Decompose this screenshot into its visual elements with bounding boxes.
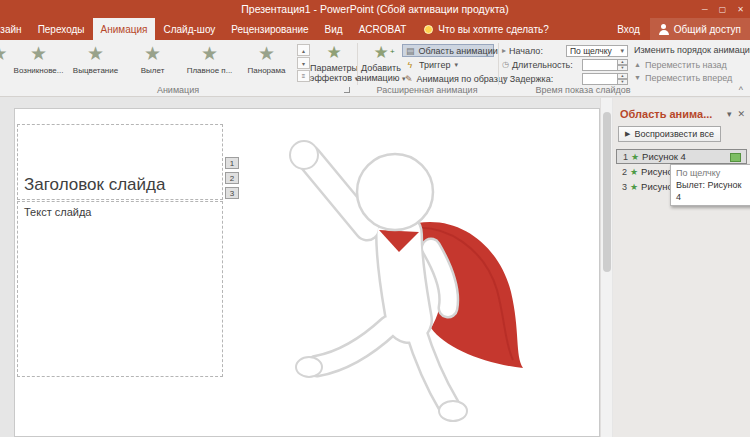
tab-transitions[interactable]: Переходы [30, 18, 93, 40]
gallery-item-partial[interactable]: ★ [0, 42, 10, 75]
person-icon [659, 24, 669, 35]
delay-spinner[interactable]: ▴ ▾ [582, 73, 628, 85]
entrance-star-icon: ★ [630, 182, 638, 192]
animation-order-badges: 1 2 3 [225, 157, 239, 202]
animation-badge[interactable]: 3 [225, 187, 239, 199]
minimize-button[interactable]: ─ [702, 5, 708, 14]
gallery-scroll-up-icon[interactable]: ▴ [297, 44, 310, 56]
gallery-item-flyin[interactable]: ★ Вылет [124, 42, 181, 75]
delay-row: ◔Задержка: ▴ ▾ [502, 72, 628, 85]
entrance-star-icon: ★ [631, 152, 639, 162]
animation-painter-button[interactable]: ✎ Анимация по образцу [402, 72, 494, 85]
close-pane-icon[interactable]: ✕ [737, 109, 745, 119]
dialog-launcher-icon[interactable] [344, 87, 350, 93]
animation-gallery: ★ ★ Возникнове... ★ Выцветание ★ Вылет ★… [0, 42, 295, 75]
gallery-item-float[interactable]: ★ Плавное п... [181, 42, 238, 75]
gallery-scroll-buttons: ▴ ▾ ≡ [297, 44, 310, 83]
tab-acrobat[interactable]: ACROBAT [351, 18, 415, 40]
gallery-item-pan[interactable]: ★ Панорама [238, 42, 295, 75]
animation-tooltip: По щелчку Вылет: Рисунок 4 [670, 164, 750, 206]
group-label-advanced: Расширенная анимация [356, 85, 498, 95]
share-label: Общий доступ [674, 24, 741, 35]
star-icon: ★ [201, 42, 218, 66]
gallery-more-icon[interactable]: ≡ [297, 70, 310, 82]
start-dropdown[interactable]: По щелчку ▾ [566, 45, 628, 57]
title-placeholder[interactable]: Заголовок слайда [17, 124, 223, 200]
star-icon: ★ [0, 42, 8, 66]
timeline-chip[interactable] [730, 153, 741, 162]
painter-icon: ✎ [405, 74, 413, 84]
add-animation-button[interactable]: ★+ Добавить анимацию ▾ [359, 43, 403, 84]
window-controls: ─ ▢ ✕ [702, 0, 744, 18]
start-icon: ▸ [502, 46, 506, 55]
spinner-down-icon[interactable]: ▾ [618, 65, 628, 71]
chevron-down-icon[interactable]: ▾ [727, 109, 732, 119]
trigger-button[interactable]: ϟ Триггер ▾ [402, 58, 494, 71]
animation-pane-header: Область анима... ▾ ✕ [620, 108, 745, 120]
maximize-button[interactable]: ▢ [719, 5, 727, 14]
close-button[interactable]: ✕ [737, 5, 744, 14]
gallery-item-appear[interactable]: ★ Возникнове... [10, 42, 67, 75]
sign-in-button[interactable]: Вход [607, 18, 650, 40]
group-label-timing: Время показа слайдов [498, 85, 668, 95]
effect-options-button[interactable]: ★ Параметры эффектов ▾ [312, 43, 356, 84]
ribbon-tab-row: Дизайн Переходы Анимация Слайд-шоу Рецен… [0, 18, 750, 40]
up-arrow-icon: ▲ [634, 61, 641, 68]
text-placeholder[interactable]: Текст слайда [17, 201, 223, 377]
move-later-button[interactable]: ▼ Переместить вперед [634, 71, 746, 84]
share-button[interactable]: Общий доступ [650, 18, 750, 40]
tell-me-label: Что вы хотите сделать? [438, 24, 549, 35]
chevron-down-icon: ▾ [620, 47, 624, 55]
animation-pane-title: Область анима... [620, 108, 721, 120]
group-label-animation: Анимация [0, 85, 356, 95]
entrance-star-icon: ★ [630, 167, 638, 177]
gallery-item-fade[interactable]: ★ Выцветание [67, 42, 124, 75]
play-all-button[interactable]: ▶ Воспроизвести все [618, 126, 721, 142]
down-arrow-icon: ▼ [634, 74, 641, 81]
tab-animations[interactable]: Анимация [93, 18, 156, 40]
powerpoint-window: Презентация1 - PowerPoint (Сбой активаци… [0, 0, 750, 437]
move-earlier-button[interactable]: ▲ Переместить назад [634, 58, 746, 71]
chevron-down-icon: ▾ [454, 61, 458, 69]
account-area: Вход Общий доступ [607, 18, 750, 40]
tab-design[interactable]: Дизайн [0, 18, 30, 40]
collapse-ribbon-icon[interactable]: ^ [739, 86, 743, 95]
duration-spinner[interactable]: ▴ ▾ [582, 59, 628, 71]
duration-icon: ◷ [502, 60, 509, 69]
animation-pane-toggle[interactable]: ▤ Область анимации [402, 44, 494, 57]
ribbon: ★ ★ Возникнове... ★ Выцветание ★ Вылет ★… [0, 40, 750, 97]
tab-review[interactable]: Рецензирование [223, 18, 316, 40]
star-icon: ★ [30, 42, 47, 66]
effect-options-star-icon: ★ [326, 43, 341, 63]
plus-icon: + [390, 42, 395, 62]
animation-pane-icon: ▤ [406, 46, 415, 56]
start-row: ▸Начало: По щелчку ▾ [502, 44, 628, 57]
titlebar: Презентация1 - PowerPoint (Сбой активаци… [0, 0, 750, 18]
workspace: Заголовок слайда Текст слайда 1 2 3 [0, 98, 750, 437]
animation-list-item[interactable]: 1 ★ Рисунок 4 [616, 149, 747, 164]
superhero-figure-image[interactable] [247, 134, 557, 437]
tell-me-box[interactable]: Что вы хотите сделать? [424, 18, 549, 40]
slide-scrollbar[interactable] [600, 98, 612, 437]
animation-badge[interactable]: 1 [225, 157, 239, 169]
lightbulb-icon [424, 25, 433, 34]
scrollbar-thumb[interactable] [603, 112, 611, 272]
window-title: Презентация1 - PowerPoint (Сбой активаци… [241, 3, 508, 15]
group-divider [498, 43, 499, 85]
animation-badge[interactable]: 2 [225, 172, 239, 184]
reorder-animation: Изменить порядок анимации ▲ Переместить … [634, 45, 746, 84]
duration-row: ◷Длительность: ▴ ▾ [502, 58, 628, 71]
reorder-title: Изменить порядок анимации [634, 45, 746, 58]
delay-icon: ◔ [502, 74, 507, 83]
add-animation-star-icon: ★+ [373, 43, 388, 63]
star-icon: ★ [144, 42, 161, 66]
star-icon: ★ [87, 42, 104, 66]
tab-slideshow[interactable]: Слайд-шоу [155, 18, 223, 40]
tab-view[interactable]: Вид [317, 18, 351, 40]
play-icon: ▶ [625, 130, 630, 138]
slide-canvas[interactable]: Заголовок слайда Текст слайда 1 2 3 [14, 108, 600, 437]
gallery-scroll-down-icon[interactable]: ▾ [297, 57, 310, 69]
lightning-icon: ϟ [405, 60, 415, 70]
timing-controls: ▸Начало: По щелчку ▾ ◷Длительность: ▴ ▾ … [502, 44, 628, 86]
spinner-down-icon[interactable]: ▾ [618, 79, 628, 85]
